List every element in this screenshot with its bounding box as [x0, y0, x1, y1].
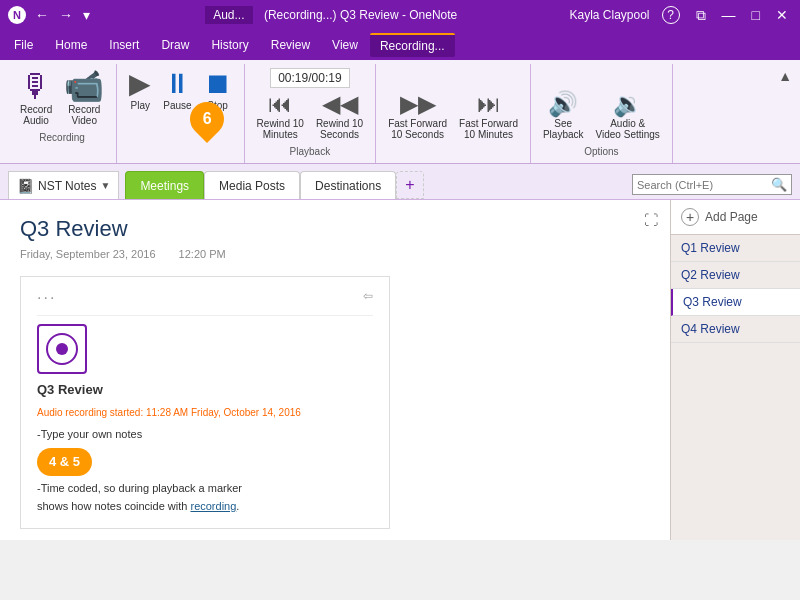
notebook-icon: 📓: [17, 178, 34, 194]
page-date-value: Friday, September 23, 2016: [20, 248, 156, 260]
tab-destinations[interactable]: Destinations: [300, 171, 396, 199]
timer-display: 00:19/00:19: [270, 68, 350, 88]
rewind-10sec-button[interactable]: ◀◀ Rewind 10Seconds: [312, 90, 367, 142]
notebook-dropdown-icon: ▼: [100, 180, 110, 191]
pause-icon: ⏸: [163, 70, 191, 98]
page-date: Friday, September 23, 2016 12:20 PM: [20, 248, 650, 260]
ribbon-group-fastforward: ▶▶ Fast Forward10 Seconds ⏭ Fast Forward…: [376, 64, 531, 163]
page-time-value: 12:20 PM: [179, 248, 226, 260]
page-content: ⛶ Q3 Review Friday, September 23, 2016 1…: [0, 200, 670, 540]
recording-info: Audio recording started: 11:28 AM Friday…: [37, 407, 373, 418]
stop-icon: ⏹: [204, 70, 232, 98]
notebook-selector[interactable]: 📓 NST Notes ▼: [8, 171, 119, 199]
rewind-10min-icon: ⏮: [268, 92, 292, 116]
rewind-10sec-icon: ◀◀: [322, 92, 358, 116]
see-playback-button[interactable]: 🔊 SeePlayback: [539, 90, 588, 142]
page-item-q3[interactable]: Q3 Review: [671, 289, 800, 316]
note-line-1: -Type your own notes: [37, 426, 373, 444]
menu-draw[interactable]: Draw: [151, 34, 199, 56]
see-playback-label: SeePlayback: [543, 118, 584, 140]
menu-history[interactable]: History: [201, 34, 258, 56]
ribbon-collapse-button[interactable]: ▲: [778, 68, 792, 84]
restore-button[interactable]: ⧉: [692, 7, 710, 24]
maximize-button[interactable]: □: [748, 7, 764, 24]
record-audio-icon: 🎙: [20, 70, 52, 102]
menu-bar: File Home Insert Draw History Review Vie…: [0, 30, 800, 60]
ribbon-group-playback-controls: ▶ Play ⏸ Pause ⏹ Stop: [117, 64, 244, 163]
ff-10sec-button[interactable]: ▶▶ Fast Forward10 Seconds: [384, 90, 451, 142]
see-playback-icon: 🔊: [548, 92, 578, 116]
window-controls: ⧉ — □ ✕: [692, 7, 792, 24]
menu-insert[interactable]: Insert: [99, 34, 149, 56]
options-buttons: 🔊 SeePlayback 🔉 Audio &Video Settings: [539, 90, 664, 142]
minimize-button[interactable]: —: [718, 7, 740, 24]
recording-buttons: 🎙 Record Audio 📹 Record Video: [16, 68, 108, 128]
step-6-badge: 6: [190, 102, 224, 136]
forward-button[interactable]: →: [56, 7, 76, 23]
search-icon[interactable]: 🔍: [771, 177, 787, 192]
title-bar: N ← → ▾ Aud... (Recording...) Q3 Review …: [0, 0, 800, 30]
audio-recording-icon: [37, 324, 87, 374]
audio-video-settings-button[interactable]: 🔉 Audio &Video Settings: [592, 90, 664, 142]
menu-home[interactable]: Home: [45, 34, 97, 56]
add-page-label: Add Page: [705, 210, 758, 224]
audio-tab[interactable]: Aud...: [205, 6, 252, 24]
playback-group-label: Playback: [290, 146, 331, 157]
app-title: (Recording...) Q3 Review - OneNote: [264, 8, 457, 22]
recording-group-label: Recording: [39, 132, 85, 143]
note-line-2: -Time coded, so during playback a marker: [37, 480, 373, 498]
ff-10min-button[interactable]: ⏭ Fast Forward10 Minutes: [455, 90, 522, 142]
rewind-10min-label: Rewind 10Minutes: [257, 118, 304, 140]
ribbon-group-recording: 🎙 Record Audio 📹 Record Video Recording: [8, 64, 117, 163]
search-input[interactable]: [637, 179, 767, 191]
pause-label: Pause: [163, 100, 191, 111]
record-video-button[interactable]: 📹 Record Video: [60, 68, 108, 128]
play-button[interactable]: ▶ Play: [125, 68, 155, 113]
note-card-collapse-arrow[interactable]: ⇦: [363, 289, 373, 303]
record-video-icon: 📹: [64, 70, 104, 102]
ff-10min-icon: ⏭: [477, 92, 501, 116]
record-audio-button[interactable]: 🎙 Record Audio: [16, 68, 56, 128]
note-card: ··· ⇦ Q3 Review Audio recording started:…: [20, 276, 390, 529]
window-title: Aud... (Recording...) Q3 Review - OneNot…: [93, 8, 569, 22]
tab-add-button[interactable]: +: [396, 171, 423, 199]
title-bar-nav: ← → ▾: [32, 7, 93, 23]
audio-video-settings-label: Audio &Video Settings: [596, 118, 660, 140]
main-area: ⛶ Q3 Review Friday, September 23, 2016 1…: [0, 200, 800, 540]
tab-meetings[interactable]: Meetings: [125, 171, 204, 199]
page-item-q1[interactable]: Q1 Review: [671, 235, 800, 262]
rewind-10min-button[interactable]: ⏮ Rewind 10Minutes: [253, 90, 308, 142]
help-button[interactable]: ?: [662, 6, 680, 24]
notebook-name: NST Notes: [38, 179, 96, 193]
audio-circle-icon: [46, 333, 78, 365]
play-icon: ▶: [129, 70, 151, 98]
record-video-label: Record Video: [68, 104, 100, 126]
onenote-icon: N: [8, 6, 26, 24]
expand-icon[interactable]: ⛶: [644, 212, 658, 228]
note-card-header: ··· ⇦: [37, 289, 373, 316]
ribbon-group-rewind: 00:19/00:19 ⏮ Rewind 10Minutes ◀◀ Rewind…: [245, 64, 377, 163]
note-text: -Type your own notes 4 & 5 -Time coded, …: [37, 426, 373, 516]
more-button[interactable]: ▾: [80, 7, 93, 23]
search-box: 🔍: [632, 174, 792, 195]
page-title: Q3 Review: [20, 216, 650, 242]
menu-review[interactable]: Review: [261, 34, 320, 56]
menu-view[interactable]: View: [322, 34, 368, 56]
note-card-title: Q3 Review: [37, 382, 373, 397]
ribbon-group-options: 🔊 SeePlayback 🔉 Audio &Video Settings Op…: [531, 64, 673, 163]
note-card-dots[interactable]: ···: [37, 289, 56, 307]
close-button[interactable]: ✕: [772, 7, 792, 24]
tab-media-posts[interactable]: Media Posts: [204, 171, 300, 199]
rewind-10sec-label: Rewind 10Seconds: [316, 118, 363, 140]
page-item-q4[interactable]: Q4 Review: [671, 316, 800, 343]
notebook-tabs: 📓 NST Notes ▼ Meetings Media Posts Desti…: [0, 164, 800, 200]
menu-file[interactable]: File: [4, 34, 43, 56]
right-sidebar: + Add Page Q1 Review Q2 Review Q3 Review…: [670, 200, 800, 540]
page-item-q2[interactable]: Q2 Review: [671, 262, 800, 289]
recording-link[interactable]: recording: [190, 500, 236, 512]
add-page-button[interactable]: + Add Page: [671, 200, 800, 235]
back-button[interactable]: ←: [32, 7, 52, 23]
ff-10sec-icon: ▶▶: [400, 92, 436, 116]
menu-recording[interactable]: Recording...: [370, 33, 455, 57]
play-label: Play: [131, 100, 150, 111]
